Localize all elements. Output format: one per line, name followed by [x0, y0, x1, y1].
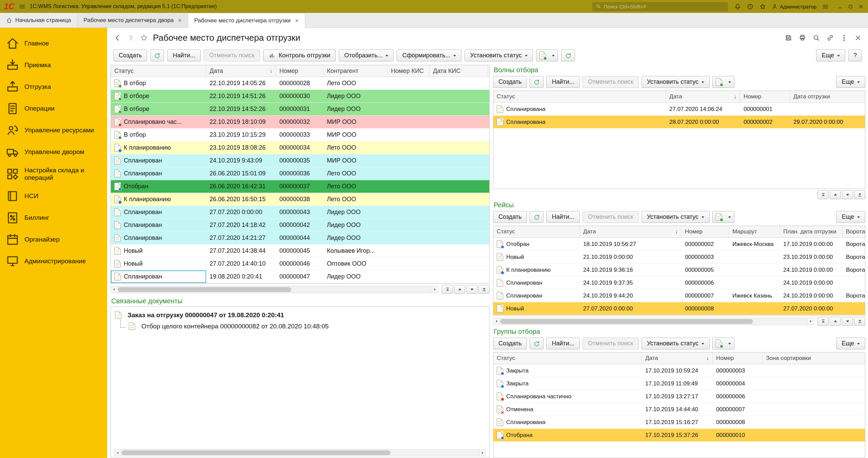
orders-cell-status[interactable]: Спланировано час...	[111, 116, 206, 128]
waves-cell-ship-date[interactable]: 29.07.2020 0:00:00	[790, 116, 865, 128]
find-button[interactable]: Найти...	[546, 76, 579, 88]
column-header-status[interactable]: Статус	[493, 91, 666, 102]
close-tab-icon[interactable]: ×	[178, 17, 182, 23]
orders-cell-kis-number[interactable]	[388, 129, 430, 141]
document-dropdown-button[interactable]	[712, 211, 734, 223]
orders-cell-counterparty[interactable]: Оптовик ООО	[323, 257, 388, 270]
orders-cell-status[interactable]: Спланирован	[111, 154, 206, 167]
orders-cell-number[interactable]: 000000035	[276, 154, 323, 167]
set-status-button[interactable]: Установить статус	[642, 211, 710, 223]
orders-cell-date[interactable]: 27.07.2020 14:38:44	[206, 245, 276, 257]
orders-cell-date[interactable]: 19.08.2020 0:20:41	[206, 270, 276, 283]
orders-cell-kis-date[interactable]	[430, 90, 488, 102]
trips-cell-status[interactable]: Спланирован	[493, 289, 580, 302]
column-header-route[interactable]: Маршрут	[729, 226, 780, 237]
orders-cell-status[interactable]: В отбор	[111, 77, 206, 90]
trips-cell-status[interactable]: Новый	[493, 302, 580, 315]
orders-table-row[interactable]: К планированию26.06.2020 16:50:150000000…	[111, 193, 489, 206]
orders-cell-number[interactable]: 000000045	[276, 245, 323, 257]
groups-cell-number[interactable]: 000000008	[713, 416, 763, 428]
waves-cell-ship-date[interactable]	[790, 103, 865, 115]
orders-cell-status[interactable]: Новый	[111, 245, 206, 257]
orders-cell-date[interactable]: 27.07.2020 0:00:00	[206, 206, 276, 218]
set-status-button[interactable]: Установить статус	[642, 76, 710, 88]
orders-cell-kis-date[interactable]	[430, 232, 488, 244]
groups-cell-date[interactable]: 17.10.2019 10:59:24	[642, 364, 713, 377]
tab-shipping-dispatcher[interactable]: Рабочее место диспетчера отгрузки ×	[188, 13, 305, 28]
groups-table-row[interactable]: Закрыта17.10.2019 11:09:49000000004	[493, 377, 865, 390]
go-first-row-button[interactable]	[817, 190, 829, 199]
go-prev-row-button[interactable]	[830, 317, 841, 326]
trips-cell-route[interactable]	[729, 276, 780, 289]
display-button[interactable]: Отобразить...	[339, 50, 394, 61]
go-next-row-button[interactable]	[466, 285, 477, 294]
more-kebab-icon[interactable]	[840, 34, 848, 42]
groups-cell-number[interactable]: 000000003	[713, 364, 763, 377]
orders-table-row[interactable]: Спланирован27.07.2020 14:21:27000000044Л…	[111, 232, 489, 245]
back-button[interactable]	[113, 34, 122, 42]
column-header-number[interactable]: Номер	[713, 352, 763, 364]
trips-table-row[interactable]: К планированию24.10.2019 9:36:1600000000…	[493, 264, 865, 276]
scrollbar-track[interactable]	[117, 286, 432, 293]
orders-cell-kis-number[interactable]	[388, 206, 430, 218]
groups-cell-status[interactable]: Закрыта	[493, 377, 642, 390]
orders-cell-kis-number[interactable]	[388, 103, 430, 115]
trips-cell-status[interactable]: Спланирован	[493, 276, 580, 289]
orders-cell-counterparty[interactable]: Лето ООО	[323, 180, 388, 193]
orders-table-row[interactable]: Спланирован27.07.2020 0:00:00000000043Ли…	[111, 206, 489, 219]
orders-table-row[interactable]: К планированию23.10.2019 18:08:260000000…	[111, 141, 489, 154]
orders-cell-counterparty[interactable]: МИР ООО	[323, 116, 388, 128]
go-prev-row-button[interactable]	[830, 190, 841, 199]
trips-cell-route[interactable]	[729, 264, 780, 276]
close-window-button[interactable]	[858, 4, 864, 9]
column-header-counterparty[interactable]: Контрагент	[323, 65, 388, 77]
sidebar-item-nsi[interactable]: НСИ	[0, 185, 107, 207]
orders-cell-number[interactable]: 000000043	[276, 206, 323, 218]
copy-button[interactable]	[150, 50, 164, 61]
trips-cell-route[interactable]	[729, 302, 780, 315]
tree-item-root[interactable]: Заказ на отгрузку 000000047 от 19.08.202…	[114, 309, 486, 321]
groups-table-row[interactable]: ×Отменена17.10.2019 14:44:40000000007	[493, 403, 865, 416]
save-icon[interactable]	[785, 34, 792, 42]
preview-magnifier-icon[interactable]	[812, 34, 820, 42]
orders-cell-number[interactable]: 000000034	[276, 141, 323, 154]
orders-cell-kis-date[interactable]	[430, 180, 488, 193]
column-header-date[interactable]: Дата↓	[642, 352, 713, 364]
main-menu-icon[interactable]	[19, 3, 26, 10]
groups-table-row[interactable]: Отобрана17.10.2019 15:37:26000000010	[493, 429, 865, 442]
cancel-search-button[interactable]: Отменить поиск	[583, 338, 639, 349]
orders-cell-status[interactable]: Спланирован	[111, 270, 206, 283]
orders-cell-kis-number[interactable]	[388, 154, 430, 167]
trips-table-row[interactable]: Новый21.10.2019 0:00:0000000000323.10.20…	[493, 251, 865, 264]
orders-cell-number[interactable]: 000000046	[276, 257, 323, 270]
more-button[interactable]: Еще	[836, 338, 865, 349]
trips-cell-number[interactable]: 000000007	[682, 289, 729, 302]
waves-cell-date[interactable]: 27.07.2020 14:06:24	[666, 103, 740, 115]
orders-cell-date[interactable]: 27.07.2020 14:21:27	[206, 232, 276, 244]
orders-cell-kis-number[interactable]	[388, 232, 430, 244]
orders-cell-counterparty[interactable]: Лето ООО	[323, 141, 388, 154]
orders-cell-status[interactable]: Спланирован	[111, 167, 206, 180]
trips-cell-number[interactable]: 000000005	[682, 264, 729, 276]
horizontal-scrollbar[interactable]	[114, 449, 486, 456]
orders-cell-kis-date[interactable]	[430, 206, 488, 218]
column-header-ship-date[interactable]: Дата отгрузки	[790, 91, 865, 102]
copy-button[interactable]	[530, 338, 544, 349]
trips-cell-status[interactable]: Отобран	[493, 238, 580, 250]
orders-cell-counterparty[interactable]: МИР ООО	[323, 154, 388, 167]
favorite-star-icon[interactable]	[140, 34, 148, 42]
cancel-search-button[interactable]: Отменить поиск	[204, 50, 260, 61]
go-first-row-button[interactable]	[817, 317, 829, 326]
copy-button[interactable]	[530, 76, 544, 88]
trips-cell-number[interactable]: 000000008	[682, 302, 729, 315]
orders-cell-counterparty[interactable]: Колываев Игор...	[323, 245, 388, 257]
orders-cell-kis-date[interactable]	[430, 116, 488, 128]
more-button[interactable]: Еще	[816, 50, 845, 61]
groups-cell-number[interactable]: 000000004	[713, 377, 763, 390]
groups-cell-number[interactable]: 000000007	[713, 403, 763, 416]
orders-cell-kis-number[interactable]	[388, 245, 430, 257]
orders-cell-kis-date[interactable]	[430, 270, 488, 283]
orders-cell-status[interactable]: В отборе	[111, 103, 206, 115]
groups-cell-date[interactable]: 17.10.2019 15:37:26	[642, 429, 713, 441]
trips-cell-date[interactable]: 24.10.2019 9:36:16	[580, 264, 682, 276]
